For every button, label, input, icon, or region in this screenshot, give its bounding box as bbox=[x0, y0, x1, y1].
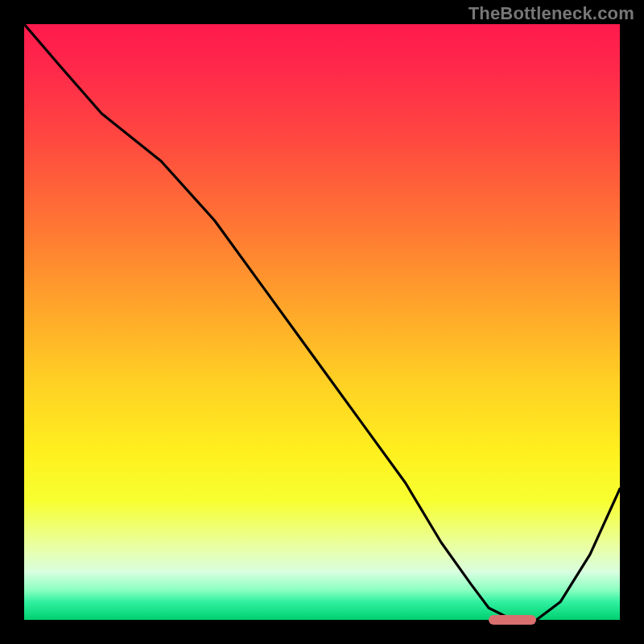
curve-path bbox=[24, 24, 620, 620]
chart-frame: TheBottleneck.com bbox=[0, 0, 644, 644]
attribution-label: TheBottleneck.com bbox=[469, 3, 634, 24]
optimum-marker bbox=[489, 615, 536, 625]
bottleneck-curve bbox=[24, 24, 620, 620]
plot-area bbox=[24, 24, 620, 620]
